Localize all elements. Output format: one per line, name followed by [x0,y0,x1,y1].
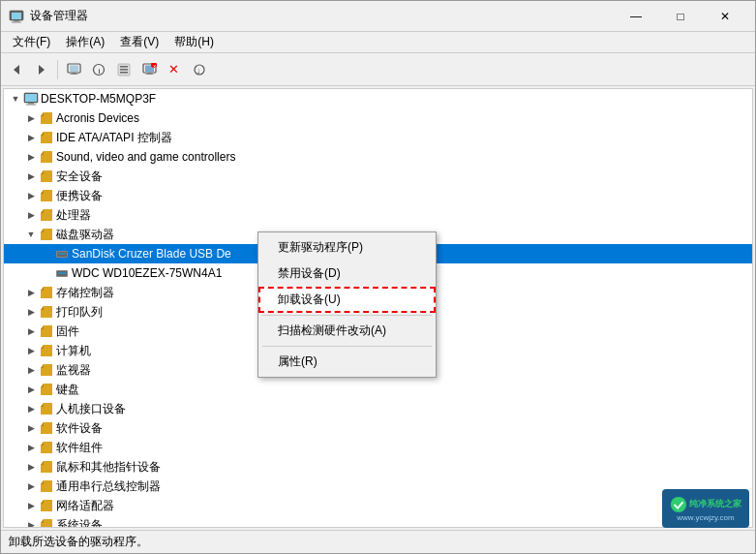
watermark: 纯净系统之家 www.ycwjzy.com [662,489,749,528]
svg-rect-28 [26,105,36,106]
expand-icon-firmware[interactable]: ▶ [23,323,39,339]
menu-help[interactable]: 帮助(H) [166,32,222,52]
tree-icon-acronis [39,110,54,126]
close-button[interactable]: ✕ [703,2,747,31]
expand-icon-softcomp[interactable]: ▶ [23,440,39,455]
tree-item-security[interactable]: ▶ 安全设备 [4,167,752,186]
tree-icon-disk [39,227,54,242]
expand-icon-disk[interactable]: ▼ [23,227,39,242]
tree-item-serial[interactable]: ▶ 通用串行总线控制器 [4,477,752,496]
menu-view[interactable]: 查看(V) [112,32,166,52]
maximize-button[interactable]: □ [658,2,703,31]
tree-label-monitor: 监视器 [56,362,91,379]
expand-icon-portable[interactable]: ▶ [23,188,39,203]
svg-rect-15 [120,72,128,74]
tree-icon-mouse [39,459,54,475]
tree-icon-portable [39,188,54,203]
menu-bar: 文件(F) 操作(A) 查看(V) 帮助(H) [1,32,755,53]
toolbar-btn-info[interactable]: i [87,58,110,81]
tree-label-security: 安全设备 [56,169,103,185]
tree-icon-firmware [39,323,54,339]
tree-item-sound[interactable]: ▶ Sound, video and game controllers [4,147,752,167]
tree-item-hid[interactable]: ▶ 人机接口设备 [4,399,752,418]
tree-label-computer: 计算机 [56,343,91,359]
expand-icon-hid[interactable]: ▶ [23,401,39,416]
context-menu-disable[interactable]: 禁用设备(D) [258,261,436,287]
tree-label-software: 软件设备 [56,420,103,437]
expand-icon-computer[interactable]: ▶ [23,343,39,358]
toolbar-btn-uninstall[interactable]: ✕ [163,58,186,81]
toolbar-btn-monitor2[interactable]: ✕ [137,58,161,81]
expand-icon-root[interactable]: ▼ [8,91,23,107]
title-bar-buttons: — □ ✕ [614,2,747,31]
tree-item-acronis[interactable]: ▶ Acronis Devices [4,108,752,128]
tree-icon-sound [39,149,54,165]
tree-label-ide: IDE ATA/ATAPI 控制器 [56,130,172,146]
tree-icon-security [39,169,54,184]
tree-icon-network [39,498,54,513]
tree-label-cpu: 处理器 [56,207,91,224]
expand-icon-mouse[interactable]: ▶ [23,459,39,475]
tree-item-softcomp[interactable]: ▶ 软件组件 [4,438,752,457]
svg-rect-1 [12,13,21,19]
svg-rect-9 [70,74,77,75]
expand-icon-monitor[interactable]: ▶ [23,362,39,378]
tree-label-mouse: 鼠标和其他指针设备 [56,459,161,476]
expand-icon-ide[interactable]: ▶ [23,130,39,145]
tree-icon-computer [39,343,54,358]
context-menu-update[interactable]: 更新驱动程序(P) [258,234,436,261]
minimize-button[interactable]: — [614,2,658,31]
tree-item-cpu[interactable]: ▶ 处理器 [4,205,752,225]
expand-icon-network[interactable]: ▶ [23,498,39,513]
tree-item-software[interactable]: ▶ 软件设备 [4,418,752,438]
svg-rect-34 [58,273,66,274]
expand-icon-sound[interactable]: ▶ [23,149,39,165]
tree-label-serial: 通用串行总线控制器 [56,478,161,495]
svg-rect-18 [147,73,151,74]
watermark-url: www.ycwjzy.com [670,513,741,522]
toolbar-sep-1 [57,60,58,79]
expand-icon-print[interactable]: ▶ [23,304,39,320]
expand-icon-acronis[interactable]: ▶ [23,110,39,126]
tree-item-ide[interactable]: ▶ IDE ATA/ATAPI 控制器 [4,128,752,147]
title-icon [9,9,24,24]
expand-icon-serial[interactable]: ▶ [23,478,39,494]
expand-icon-system[interactable]: ▶ [23,517,39,528]
tree-label-wdc: WDC WD10EZEX-75WN4A1 [72,266,222,280]
context-menu-uninstall[interactable]: 卸载设备(U) [258,287,436,313]
tree-icon-wdc [54,265,70,281]
tree-icon-hid [39,401,54,416]
toolbar-btn-scan[interactable]: ↓ [188,58,211,81]
tree-icon-root [23,91,39,107]
context-menu-scan[interactable]: 扫描检测硬件改动(A) [258,318,436,344]
tree-item-network[interactable]: ▶ 网络适配器 [4,496,752,515]
tree-icon-softcomp [39,440,54,455]
status-text: 卸载所选设备的驱动程序。 [9,534,148,550]
tree-icon-cpu [39,207,54,223]
tree-label-keyboard: 键盘 [56,382,79,398]
context-menu-separator [262,315,432,316]
expand-icon-storage[interactable]: ▶ [23,285,39,300]
forward-button[interactable] [30,58,53,81]
tree-item-system[interactable]: ▶ 系统设备 [4,515,752,528]
tree-label-acronis: Acronis Devices [56,111,139,125]
back-button[interactable] [5,58,28,81]
tree-label-portable: 便携设备 [56,188,103,204]
tree-item-portable[interactable]: ▶ 便携设备 [4,186,752,205]
toolbar-btn-monitor[interactable] [62,58,85,81]
tree-item-root[interactable]: ▼ DESKTOP-M5MQP3F [4,89,752,108]
context-menu-props[interactable]: 属性(R) [258,349,436,375]
expand-icon-cpu[interactable]: ▶ [23,207,39,223]
tree-item-keyboard[interactable]: ▶ 键盘 [4,380,752,399]
tree-item-mouse[interactable]: ▶ 鼠标和其他指针设备 [4,457,752,477]
menu-action[interactable]: 操作(A) [58,32,112,52]
svg-rect-19 [145,74,153,75]
expand-icon-software[interactable]: ▶ [23,420,39,436]
expand-icon-keyboard[interactable]: ▶ [23,382,39,397]
svg-rect-31 [58,254,66,255]
svg-rect-8 [72,73,76,74]
expand-icon-security[interactable]: ▶ [23,169,39,184]
tree-label-disk: 磁盘驱动器 [56,227,114,243]
menu-file[interactable]: 文件(F) [5,32,58,52]
toolbar-btn-list[interactable] [112,58,136,81]
